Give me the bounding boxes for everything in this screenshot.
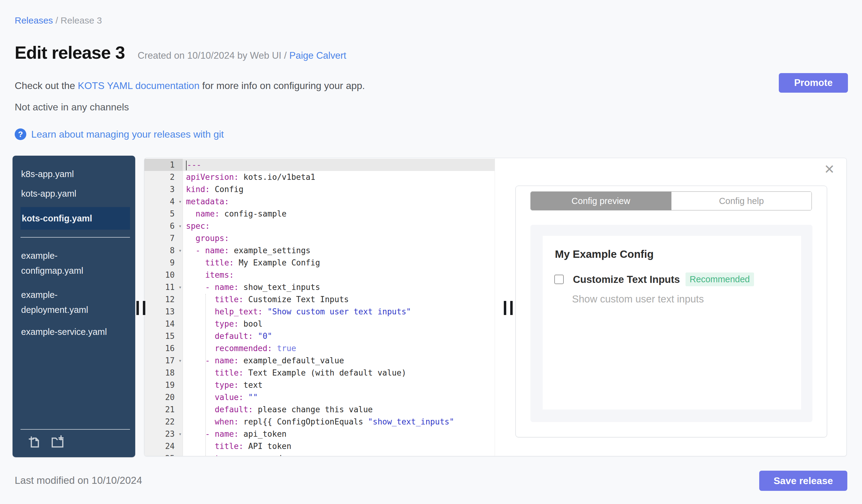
code-line-22[interactable]: 22 when: repl{{ ConfigOptionEquals "show… (144, 416, 495, 428)
file-tree-divider (21, 237, 130, 238)
fold-arrow-icon[interactable]: ▾ (179, 355, 182, 367)
config-preview-box: Config previewConfig help My Example Con… (515, 186, 827, 437)
config-tabs: Config previewConfig help (531, 191, 812, 210)
line-number: 14 (144, 318, 183, 330)
code-text: default: "0" (183, 330, 495, 342)
file-item-kots-app-yaml[interactable]: kots-app.yaml (13, 184, 135, 203)
new-file-icon[interactable] (27, 435, 41, 449)
breadcrumb-current: Release 3 (61, 15, 102, 25)
line-number: 5 (144, 208, 183, 220)
fold-arrow-icon[interactable]: ▾ (179, 220, 182, 232)
fold-arrow-icon[interactable]: ▾ (179, 196, 182, 208)
close-icon[interactable]: ✕ (824, 163, 835, 176)
code-line-18[interactable]: 18 title: Text Example (with default val… (144, 367, 495, 379)
code-text: title: Text Example (with default value) (183, 367, 495, 379)
tab-config-preview[interactable]: Config preview (531, 192, 671, 210)
file-item-example-service-yaml[interactable]: example-service.yaml (13, 322, 135, 342)
code-line-10[interactable]: 10 items: (144, 269, 495, 281)
code-text: help_text: "Show custom user text inputs… (183, 306, 495, 318)
file-tree-actions (21, 429, 130, 452)
config-preview-pane: ✕ Config previewConfig help My Example C… (495, 158, 846, 456)
promote-button[interactable]: Promote (779, 73, 848, 93)
code-text: when: repl{{ ConfigOptionEquals "show_te… (183, 416, 495, 428)
code-text: - name: show_text_inputs (183, 281, 495, 293)
code-line-9[interactable]: 9 title: My Example Config (144, 256, 495, 269)
docs-info-line: Check out the KOTS YAML documentation fo… (15, 80, 365, 91)
line-number: 24 (144, 440, 183, 452)
git-releases-link[interactable]: Learn about managing your releases with … (31, 129, 224, 140)
channel-status: Not active in any channels (15, 102, 129, 113)
line-number: 18 (144, 367, 183, 379)
resize-handle-sidebar[interactable] (136, 301, 145, 315)
code-line-13[interactable]: 13 help_text: "Show custom user text inp… (144, 306, 495, 318)
code-text: default: please change this value (183, 403, 495, 416)
code-line-21[interactable]: 21 default: please change this value (144, 403, 495, 416)
customize-text-inputs-checkbox[interactable] (554, 275, 564, 284)
code-line-15[interactable]: 15 default: "0" (144, 330, 495, 342)
line-number: 22 (144, 416, 183, 428)
line-number: 10 (144, 269, 183, 281)
code-line-1[interactable]: 1--- (144, 159, 495, 171)
code-line-6[interactable]: 6▾spec: (144, 220, 495, 232)
code-line-24[interactable]: 24 title: API token (144, 440, 495, 452)
file-group-top: k8s-app.yamlkots-app.yamlkots-config.yam… (13, 164, 135, 230)
file-item-kots-config-yaml[interactable]: kots-config.yaml (21, 207, 130, 230)
kots-yaml-docs-link[interactable]: KOTS YAML documentation (78, 80, 199, 91)
line-number: 6▾ (144, 220, 183, 232)
code-text: metadata: (183, 196, 495, 208)
created-by-link[interactable]: Paige Calvert (289, 50, 346, 61)
breadcrumb-link-releases[interactable]: Releases (15, 15, 53, 25)
tab-config-help[interactable]: Config help (671, 192, 812, 210)
save-release-button[interactable]: Save release (759, 471, 847, 491)
line-number: 16 (144, 342, 183, 355)
indent-guide (205, 294, 206, 456)
code-line-14[interactable]: 14 type: bool (144, 318, 495, 330)
git-help-row: ? Learn about managing your releases wit… (15, 129, 224, 140)
code-line-3[interactable]: 3kind: Config (144, 183, 495, 196)
code-text: --- (183, 159, 495, 171)
code-text: name: config-sample (183, 208, 495, 220)
fold-arrow-icon[interactable]: ▾ (179, 428, 182, 440)
yaml-code-editor[interactable]: 1---2apiVersion: kots.io/v1beta13kind: C… (144, 158, 495, 456)
file-item-example-configmap-yaml[interactable]: example-configmap.yaml (13, 244, 135, 283)
file-item-example-deployment-yaml[interactable]: example-deployment.yaml (13, 283, 135, 322)
code-line-8[interactable]: 8▾ - name: example_settings (144, 244, 495, 256)
code-line-17[interactable]: 17▾ - name: example_default_value (144, 355, 495, 367)
code-text: title: Customize Text Inputs (183, 293, 495, 306)
code-text: spec: (183, 220, 495, 232)
code-text: recommended: true (183, 342, 495, 355)
code-text: apiVersion: kots.io/v1beta1 (183, 171, 495, 183)
code-line-4[interactable]: 4▾metadata: (144, 196, 495, 208)
code-text: title: My Example Config (183, 256, 495, 269)
file-item-k8s-app-yaml[interactable]: k8s-app.yaml (13, 164, 135, 184)
config-item-label: Customize Text Inputs (573, 274, 680, 285)
docs-text-prefix: Check out the (15, 80, 78, 91)
code-line-11[interactable]: 11▾ - name: show_text_inputs (144, 281, 495, 293)
line-number: 25 (144, 452, 183, 456)
fold-arrow-icon[interactable]: ▾ (179, 244, 182, 256)
code-line-5[interactable]: 5 name: config-sample (144, 208, 495, 220)
code-line-2[interactable]: 2apiVersion: kots.io/v1beta1 (144, 171, 495, 183)
code-line-16[interactable]: 16 recommended: true (144, 342, 495, 355)
code-line-25[interactable]: 25 type: password (144, 452, 495, 456)
line-number: 23▾ (144, 428, 183, 440)
fold-arrow-icon[interactable]: ▾ (179, 281, 182, 293)
new-folder-icon[interactable] (51, 435, 65, 449)
code-text: title: API token (183, 440, 495, 452)
line-number: 7 (144, 232, 183, 244)
code-line-19[interactable]: 19 type: text (144, 379, 495, 391)
file-group-bottom: example-configmap.yamlexample-deployment… (13, 244, 135, 342)
line-number: 9 (144, 256, 183, 269)
text-cursor (186, 161, 186, 170)
code-line-23[interactable]: 23▾ - name: api_token (144, 428, 495, 440)
question-mark-icon[interactable]: ? (15, 129, 26, 140)
code-line-20[interactable]: 20 value: "" (144, 391, 495, 403)
code-line-12[interactable]: 12 title: Customize Text Inputs (144, 293, 495, 306)
code-text: - name: example_default_value (183, 355, 495, 367)
resize-handle-preview[interactable] (504, 301, 513, 315)
title-row: Edit release 3 Created on 10/10/2024 by … (15, 42, 346, 64)
code-line-7[interactable]: 7 groups: (144, 232, 495, 244)
release-editor-panel: 1---2apiVersion: kots.io/v1beta13kind: C… (144, 158, 847, 456)
created-info: Created on 10/10/2024 by Web UI / Paige … (138, 50, 346, 61)
docs-text-suffix: for more info on configuring your app. (199, 80, 365, 91)
